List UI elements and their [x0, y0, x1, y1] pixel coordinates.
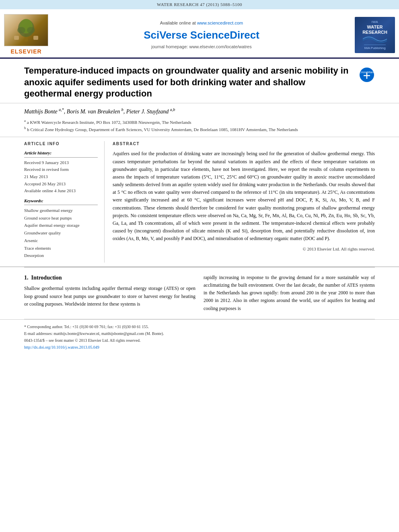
water-research-logo-area: IWA WATERRESEARCH IWA Publishing: [351, 12, 399, 58]
accepted-date: Accepted 26 May 2013: [24, 181, 98, 188]
intro-col2-text: rapidly increasing in response to the gr…: [204, 274, 375, 312]
svg-point-4: [27, 27, 35, 33]
copyright-line: © 2013 Elsevier Ltd. All rights reserved…: [113, 246, 375, 252]
intro-section-title: 1. Introduction: [24, 274, 195, 282]
svg-point-3: [17, 27, 25, 33]
sciverse-center: Available online at www.sciencedirect.co…: [52, 12, 351, 58]
affiliation-b: b b Critical Zone Hydrology Group, Depar…: [24, 125, 375, 133]
journal-homepage-text: journal homepage: www.elsevier.com/locat…: [151, 44, 251, 50]
article-title-section: Temperature-induced impacts on groundwat…: [0, 59, 399, 103]
keyword-5: Arsenic: [24, 237, 98, 244]
intro-col-right: rapidly increasing in response to the gr…: [204, 274, 375, 312]
article-info-label: ARTICLE INFO: [24, 141, 98, 147]
wr-label: IWA: [372, 20, 378, 24]
water-research-badge: IWA WATERRESEARCH IWA Publishing: [355, 17, 395, 53]
abstract-label: ABSTRACT: [113, 141, 375, 147]
issn-line: 0043-1354/$ – see front matter © 2013 El…: [24, 337, 375, 343]
keyword-4: Groundwater quality: [24, 229, 98, 237]
keyword-6: Trace elements: [24, 244, 98, 252]
authors-line: Matthijs Bonte a,*, Boris M. van Breukel…: [24, 107, 375, 116]
sciencedirect-url[interactable]: www.sciencedirect.com: [197, 21, 243, 25]
article-history: Article history: Received 9 January 2013…: [24, 150, 98, 194]
received-revised-label: Received in revised form: [24, 166, 98, 173]
svg-rect-7: [33, 36, 38, 40]
doi-link[interactable]: http://dx.doi.org/10.1016/j.watres.2013.…: [24, 345, 99, 349]
header: ELSEVIER Available online at www.science…: [0, 9, 399, 59]
svg-rect-6: [14, 36, 19, 40]
abstract-text: Aquifers used for the production of drin…: [113, 150, 375, 242]
article-info-abstract-row: ARTICLE INFO Article history: Received 9…: [0, 137, 399, 267]
keyword-7: Desorption: [24, 252, 98, 259]
intro-col-left: 1. Introduction Shallow geothermal syste…: [24, 274, 195, 312]
crossmark-badge[interactable]: CrossMark: [359, 67, 375, 83]
keyword-2: Ground source heat pumps: [24, 214, 98, 222]
affiliation-a: a a KWR Watercycle Research Institute, P…: [24, 118, 375, 125]
wr-iwa: IWA Publishing: [364, 45, 386, 50]
sciverse-sci: SciVerse Science: [144, 29, 230, 41]
available-online-text: Available online at www.sciencedirect.co…: [160, 20, 243, 26]
sciverse-title: SciVerse ScienceDirect: [144, 28, 259, 42]
article-title: Temperature-induced impacts on groundwat…: [24, 65, 355, 100]
journal-reference-bar: WATER RESEARCH 47 (2013) 5088–5100: [0, 0, 399, 9]
email-line: E-mail addresses: matthijs.bonte@kwrwate…: [24, 331, 375, 337]
footer-section: * Corresponding author. Tel.: +31 (0)30 …: [0, 319, 399, 355]
keywords-label: Keywords:: [24, 198, 98, 205]
elsevier-wordmark: ELSEVIER: [10, 48, 41, 56]
sciverse-direct: Direct: [230, 29, 259, 41]
authors-text: Matthijs Bonte a,*, Boris M. van Breukel…: [24, 109, 175, 115]
corresponding-note: * Corresponding author. Tel.: +31 (0)30 …: [24, 324, 375, 330]
wr-title: WATERRESEARCH: [362, 25, 387, 35]
keywords-section: Keywords: Shallow geothermal energy Grou…: [24, 198, 98, 259]
keyword-3: Aquifer thermal energy storage: [24, 222, 98, 229]
elsevier-logo-area: ELSEVIER: [0, 12, 52, 58]
journal-reference-text: WATER RESEARCH 47 (2013) 5088–5100: [157, 2, 242, 7]
received-revised-date: 21 May 2013: [24, 173, 98, 181]
doi-line: http://dx.doi.org/10.1016/j.watres.2013.…: [24, 344, 375, 350]
history-label: Article history:: [24, 150, 98, 157]
article-info-col: ARTICLE INFO Article history: Received 9…: [24, 141, 105, 263]
keyword-1: Shallow geothermal energy: [24, 207, 98, 214]
crossmark-icon: CrossMark: [359, 67, 375, 83]
elsevier-logo-image: [4, 14, 48, 46]
received-date-1: Received 9 January 2013: [24, 159, 98, 166]
abstract-col: ABSTRACT Aquifers used for the productio…: [113, 141, 375, 263]
authors-section: Matthijs Bonte a,*, Boris M. van Breukel…: [0, 103, 399, 138]
elsevier-tree-icon: [10, 18, 42, 42]
available-online-date: Available online 4 June 2013: [24, 187, 98, 195]
introduction-section: 1. Introduction Shallow geothermal syste…: [0, 267, 399, 319]
wr-wave-icon: [363, 35, 387, 43]
intro-col1-text: Shallow geothermal systems including aqu…: [24, 285, 195, 308]
